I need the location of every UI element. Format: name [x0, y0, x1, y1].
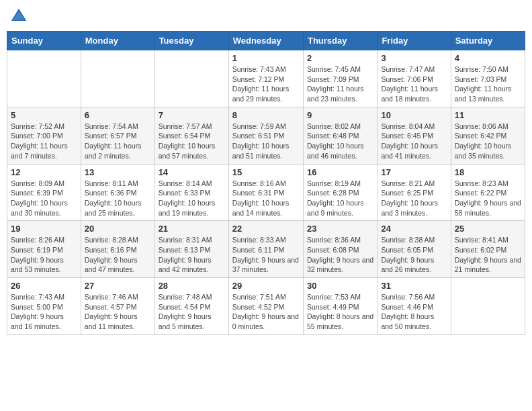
day-info: Sunrise: 8:16 AMSunset: 6:31 PMDaylight:…	[232, 179, 300, 218]
calendar-cell: 25Sunrise: 8:41 AMSunset: 6:02 PMDayligh…	[451, 221, 525, 278]
day-info: Sunrise: 8:28 AMSunset: 6:16 PMDaylight:…	[85, 235, 151, 275]
weekday-header-tuesday: Tuesday	[154, 32, 228, 50]
calendar-cell	[81, 50, 154, 107]
calendar-cell: 18Sunrise: 8:23 AMSunset: 6:22 PMDayligh…	[451, 164, 525, 221]
calendar-week-1: 1Sunrise: 7:43 AMSunset: 7:12 PMDaylight…	[7, 50, 525, 107]
calendar-header-row: SundayMondayTuesdayWednesdayThursdayFrid…	[7, 32, 525, 50]
day-number: 19	[11, 224, 77, 234]
calendar-cell: 7Sunrise: 7:57 AMSunset: 6:54 PMDaylight…	[154, 107, 228, 164]
day-number: 2	[307, 53, 373, 63]
day-number: 15	[232, 167, 300, 177]
calendar-cell: 5Sunrise: 7:52 AMSunset: 7:00 PMDaylight…	[7, 107, 81, 164]
calendar-week-2: 5Sunrise: 7:52 AMSunset: 7:00 PMDaylight…	[7, 107, 525, 164]
day-number: 26	[11, 281, 77, 291]
calendar-cell: 30Sunrise: 7:53 AMSunset: 4:49 PMDayligh…	[303, 278, 377, 335]
day-info: Sunrise: 8:36 AMSunset: 6:08 PMDaylight:…	[307, 235, 373, 275]
day-number: 27	[85, 281, 151, 291]
day-number: 13	[85, 167, 151, 177]
calendar-cell: 29Sunrise: 7:51 AMSunset: 4:52 PMDayligh…	[228, 278, 303, 335]
day-info: Sunrise: 7:57 AMSunset: 6:54 PMDaylight:…	[159, 122, 225, 161]
day-number: 12	[11, 167, 77, 177]
day-number: 20	[85, 224, 151, 234]
day-number: 22	[232, 224, 300, 234]
day-number: 24	[381, 224, 447, 234]
calendar-cell: 15Sunrise: 8:16 AMSunset: 6:31 PMDayligh…	[228, 164, 303, 221]
day-number: 16	[307, 167, 373, 177]
calendar-cell: 26Sunrise: 7:43 AMSunset: 5:00 PMDayligh…	[7, 278, 81, 335]
calendar-week-4: 19Sunrise: 8:26 AMSunset: 6:19 PMDayligh…	[7, 221, 525, 278]
calendar-cell	[154, 50, 228, 107]
day-info: Sunrise: 8:31 AMSunset: 6:13 PMDaylight:…	[159, 235, 225, 275]
calendar-cell: 9Sunrise: 8:02 AMSunset: 6:48 PMDaylight…	[303, 107, 377, 164]
calendar-cell: 16Sunrise: 8:19 AMSunset: 6:28 PMDayligh…	[303, 164, 377, 221]
day-number: 7	[159, 110, 225, 120]
weekday-header-monday: Monday	[81, 32, 154, 50]
day-info: Sunrise: 7:45 AMSunset: 7:09 PMDaylight:…	[307, 64, 373, 104]
calendar-cell: 6Sunrise: 7:54 AMSunset: 6:57 PMDaylight…	[81, 107, 154, 164]
day-info: Sunrise: 7:43 AMSunset: 5:00 PMDaylight:…	[11, 292, 77, 332]
day-number: 1	[232, 53, 300, 63]
weekday-header-saturday: Saturday	[451, 32, 525, 50]
calendar-cell: 1Sunrise: 7:43 AMSunset: 7:12 PMDaylight…	[228, 50, 303, 107]
day-info: Sunrise: 8:23 AMSunset: 6:22 PMDaylight:…	[455, 179, 521, 218]
day-info: Sunrise: 8:14 AMSunset: 6:33 PMDaylight:…	[159, 179, 225, 218]
day-number: 30	[307, 281, 373, 291]
day-number: 25	[455, 224, 521, 234]
day-info: Sunrise: 8:33 AMSunset: 6:11 PMDaylight:…	[232, 235, 300, 275]
day-info: Sunrise: 8:38 AMSunset: 6:05 PMDaylight:…	[381, 235, 447, 275]
day-info: Sunrise: 8:21 AMSunset: 6:25 PMDaylight:…	[381, 179, 447, 218]
day-info: Sunrise: 8:02 AMSunset: 6:48 PMDaylight:…	[307, 122, 373, 161]
calendar-cell: 31Sunrise: 7:56 AMSunset: 4:46 PMDayligh…	[378, 278, 451, 335]
calendar-cell: 10Sunrise: 8:04 AMSunset: 6:45 PMDayligh…	[378, 107, 451, 164]
calendar-cell: 17Sunrise: 8:21 AMSunset: 6:25 PMDayligh…	[378, 164, 451, 221]
weekday-header-sunday: Sunday	[7, 32, 81, 50]
day-info: Sunrise: 8:06 AMSunset: 6:42 PMDaylight:…	[455, 122, 521, 161]
calendar-cell: 22Sunrise: 8:33 AMSunset: 6:11 PMDayligh…	[228, 221, 303, 278]
calendar-cell: 8Sunrise: 7:59 AMSunset: 6:51 PMDaylight…	[228, 107, 303, 164]
calendar: SundayMondayTuesdayWednesdayThursdayFrid…	[7, 31, 525, 335]
calendar-cell: 2Sunrise: 7:45 AMSunset: 7:09 PMDaylight…	[303, 50, 377, 107]
day-info: Sunrise: 7:51 AMSunset: 4:52 PMDaylight:…	[232, 292, 300, 332]
day-info: Sunrise: 8:11 AMSunset: 6:36 PMDaylight:…	[85, 179, 151, 218]
calendar-cell: 4Sunrise: 7:50 AMSunset: 7:03 PMDaylight…	[451, 50, 525, 107]
calendar-cell: 27Sunrise: 7:46 AMSunset: 4:57 PMDayligh…	[81, 278, 154, 335]
day-info: Sunrise: 7:43 AMSunset: 7:12 PMDaylight:…	[232, 64, 300, 104]
day-number: 9	[307, 110, 373, 120]
calendar-cell: 21Sunrise: 8:31 AMSunset: 6:13 PMDayligh…	[154, 221, 228, 278]
calendar-cell: 11Sunrise: 8:06 AMSunset: 6:42 PMDayligh…	[451, 107, 525, 164]
day-number: 6	[85, 110, 151, 120]
day-info: Sunrise: 8:41 AMSunset: 6:02 PMDaylight:…	[455, 235, 521, 275]
calendar-week-5: 26Sunrise: 7:43 AMSunset: 5:00 PMDayligh…	[7, 278, 525, 335]
calendar-cell: 13Sunrise: 8:11 AMSunset: 6:36 PMDayligh…	[81, 164, 154, 221]
calendar-cell: 14Sunrise: 8:14 AMSunset: 6:33 PMDayligh…	[154, 164, 228, 221]
day-info: Sunrise: 7:47 AMSunset: 7:06 PMDaylight:…	[381, 64, 447, 104]
weekday-header-friday: Friday	[378, 32, 451, 50]
day-info: Sunrise: 7:46 AMSunset: 4:57 PMDaylight:…	[85, 292, 151, 332]
calendar-cell: 23Sunrise: 8:36 AMSunset: 6:08 PMDayligh…	[303, 221, 377, 278]
day-number: 29	[232, 281, 300, 291]
weekday-header-thursday: Thursday	[303, 32, 377, 50]
day-number: 18	[455, 167, 521, 177]
logo	[9, 7, 31, 26]
calendar-cell: 24Sunrise: 8:38 AMSunset: 6:05 PMDayligh…	[378, 221, 451, 278]
calendar-cell	[7, 50, 81, 107]
calendar-cell: 3Sunrise: 7:47 AMSunset: 7:06 PMDaylight…	[378, 50, 451, 107]
calendar-cell: 19Sunrise: 8:26 AMSunset: 6:19 PMDayligh…	[7, 221, 81, 278]
calendar-week-3: 12Sunrise: 8:09 AMSunset: 6:39 PMDayligh…	[7, 164, 525, 221]
day-info: Sunrise: 7:50 AMSunset: 7:03 PMDaylight:…	[455, 64, 521, 104]
calendar-cell: 12Sunrise: 8:09 AMSunset: 6:39 PMDayligh…	[7, 164, 81, 221]
day-number: 28	[159, 281, 225, 291]
day-number: 31	[381, 281, 447, 291]
day-info: Sunrise: 8:09 AMSunset: 6:39 PMDaylight:…	[11, 179, 77, 218]
day-number: 17	[381, 167, 447, 177]
day-number: 4	[455, 53, 521, 63]
calendar-cell: 20Sunrise: 8:28 AMSunset: 6:16 PMDayligh…	[81, 221, 154, 278]
day-info: Sunrise: 7:48 AMSunset: 4:54 PMDaylight:…	[159, 292, 225, 332]
day-info: Sunrise: 7:53 AMSunset: 4:49 PMDaylight:…	[307, 292, 373, 332]
day-info: Sunrise: 7:56 AMSunset: 4:46 PMDaylight:…	[381, 292, 447, 332]
day-number: 11	[455, 110, 521, 120]
day-info: Sunrise: 8:04 AMSunset: 6:45 PMDaylight:…	[381, 122, 447, 161]
day-info: Sunrise: 7:54 AMSunset: 6:57 PMDaylight:…	[85, 122, 151, 161]
weekday-header-wednesday: Wednesday	[228, 32, 303, 50]
day-info: Sunrise: 8:26 AMSunset: 6:19 PMDaylight:…	[11, 235, 77, 275]
